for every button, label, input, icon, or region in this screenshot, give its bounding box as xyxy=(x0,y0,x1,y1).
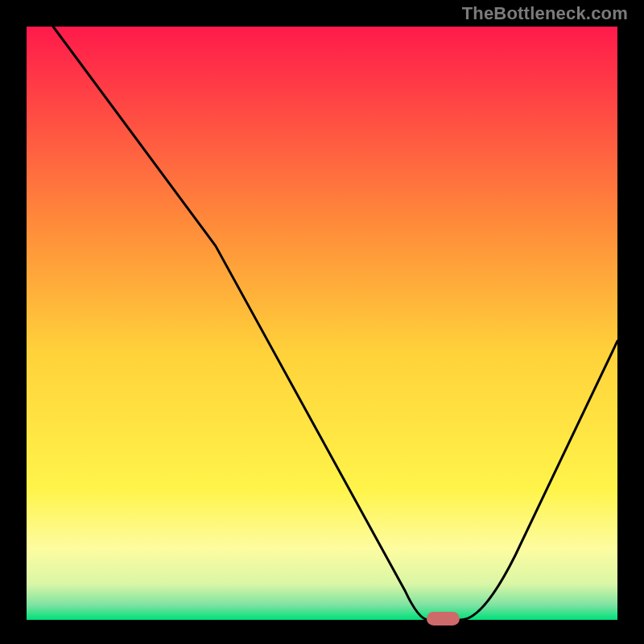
chart-container: TheBottleneck.com xyxy=(0,0,644,644)
bottleneck-chart xyxy=(0,0,644,644)
gradient-plot-area xyxy=(27,27,617,620)
optimal-marker xyxy=(427,612,460,625)
watermark-label: TheBottleneck.com xyxy=(462,3,628,24)
